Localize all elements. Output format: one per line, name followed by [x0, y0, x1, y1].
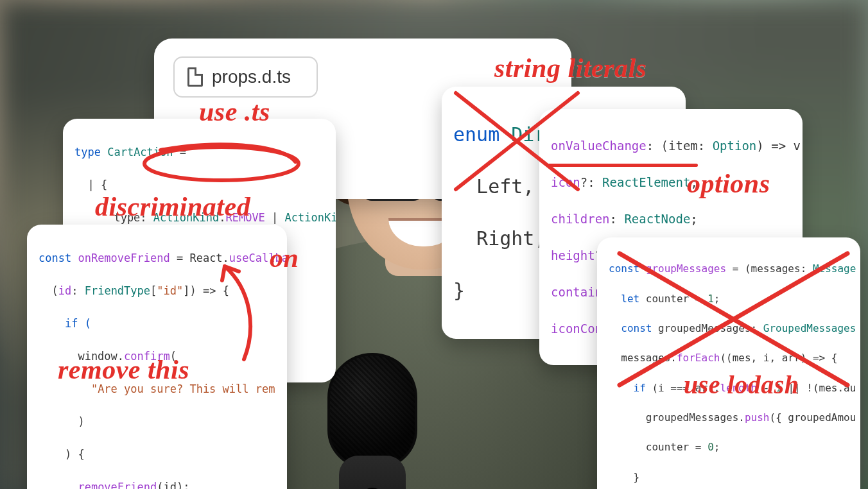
file-icon: [187, 67, 203, 87]
code-card-remove-friend: const onRemoveFriend = React.useCallback…: [27, 225, 287, 489]
file-tab: props.d.ts: [173, 56, 318, 98]
ink-strike-children: [547, 164, 698, 167]
code-card-group-messages: const groupMessages = (messages: Message…: [597, 237, 860, 489]
file-name: props.d.ts: [212, 67, 291, 87]
